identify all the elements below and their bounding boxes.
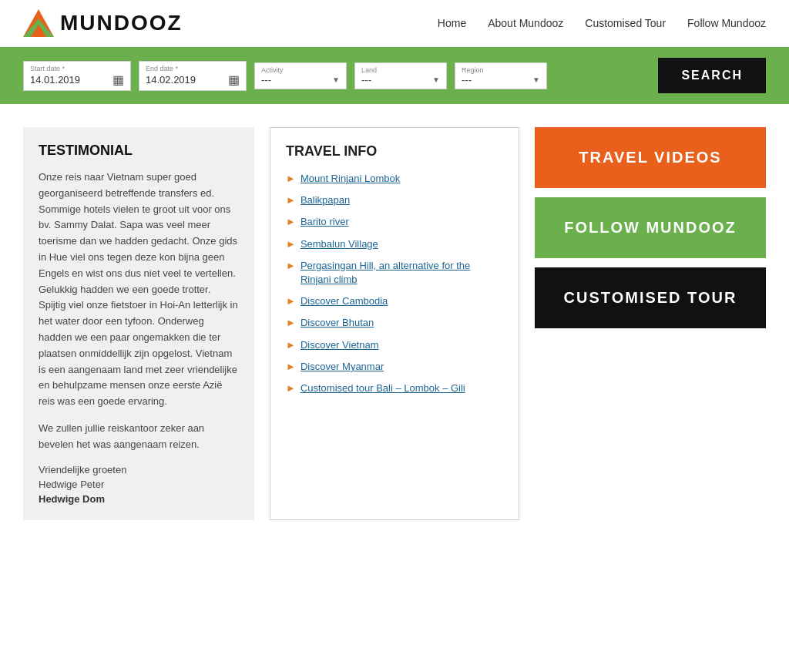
customised-tour-button[interactable]: CUSTOMISED TOUR: [535, 267, 766, 328]
arrow-icon: ►: [286, 216, 296, 227]
main-nav: Home About Mundooz Customised Tour Follo…: [438, 17, 766, 29]
list-item: ► Pergasingan Hill, an alternative for t…: [286, 259, 503, 287]
land-label: Land: [361, 66, 440, 74]
right-sidebar: TRAVEL VIDEOS FOLLOW MUNDOOZ CUSTOMISED …: [535, 127, 766, 520]
end-date-value: 14.02.2019: [146, 74, 196, 86]
land-chevron-icon: ▼: [432, 76, 440, 84]
nav-customised[interactable]: Customised Tour: [585, 17, 666, 29]
region-select[interactable]: Region --- ▼: [455, 62, 547, 89]
travel-videos-button[interactable]: TRAVEL VIDEOS: [535, 127, 766, 188]
header: MUNDOOZ Home About Mundooz Customised To…: [0, 0, 789, 47]
list-item: ► Sembalun Village: [286, 237, 503, 251]
region-label: Region: [462, 66, 540, 74]
travel-link-cambodia[interactable]: Discover Cambodia: [300, 294, 388, 308]
testimonial-name-1: Hedwige Peter: [39, 479, 239, 490]
travel-link-myanmar[interactable]: Discover Myanmar: [300, 360, 384, 374]
activity-select[interactable]: Activity --- ▼: [254, 62, 347, 89]
nav-home[interactable]: Home: [438, 17, 466, 29]
testimonial-paragraph-1: Onze reis naar Vietnam super goed georga…: [39, 170, 239, 410]
start-date-label: Start date *: [30, 65, 124, 72]
nav-follow[interactable]: Follow Mundooz: [687, 17, 766, 29]
travel-link-bali[interactable]: Customised tour Bali – Lombok – Gili: [300, 381, 465, 395]
search-bar: Start date * 14.01.2019 ▦ End date * 14.…: [0, 47, 789, 104]
logo-text: MUNDOOZ: [60, 11, 183, 35]
list-item: ► Discover Bhutan: [286, 316, 503, 330]
arrow-icon: ►: [286, 194, 296, 206]
travel-link-pergasingan[interactable]: Pergasingan Hill, an alternative for the…: [300, 259, 503, 287]
activity-chevron-icon: ▼: [332, 76, 340, 84]
end-date-field[interactable]: End date * 14.02.2019 ▦: [139, 61, 247, 91]
list-item: ► Mount Rinjani Lombok: [286, 172, 503, 186]
search-button[interactable]: SEARCH: [658, 58, 766, 93]
arrow-icon: ►: [286, 382, 296, 394]
nav-about[interactable]: About Mundooz: [488, 17, 563, 29]
arrow-icon: ►: [286, 173, 296, 184]
list-item: ► Discover Myanmar: [286, 360, 503, 374]
activity-label: Activity: [261, 66, 340, 74]
land-value: ---: [361, 74, 371, 86]
travel-link-rinjani[interactable]: Mount Rinjani Lombok: [300, 172, 400, 186]
list-item: ► Customised tour Bali – Lombok – Gili: [286, 381, 503, 395]
follow-mundooz-button[interactable]: FOLLOW MUNDOOZ: [535, 197, 766, 258]
list-item: ► Discover Cambodia: [286, 294, 503, 308]
calendar-icon-end: ▦: [228, 72, 240, 87]
testimonial-title: TESTIMONIAL: [39, 143, 239, 159]
arrow-icon: ►: [286, 339, 296, 351]
travel-link-sembalun[interactable]: Sembalun Village: [300, 237, 378, 251]
travel-link-vietnam[interactable]: Discover Vietnam: [300, 338, 379, 352]
testimonial-section: TESTIMONIAL Onze reis naar Vietnam super…: [23, 127, 254, 520]
arrow-icon: ►: [286, 317, 296, 328]
land-select[interactable]: Land --- ▼: [354, 62, 447, 89]
region-chevron-icon: ▼: [532, 76, 540, 84]
travel-link-barito[interactable]: Barito river: [300, 215, 349, 229]
travel-link-balikpapan[interactable]: Balikpapan: [300, 193, 350, 207]
region-value: ---: [462, 74, 472, 86]
calendar-icon-start: ▦: [112, 72, 124, 87]
logo-icon: [23, 9, 54, 37]
arrow-icon: ►: [286, 295, 296, 307]
logo[interactable]: MUNDOOZ: [23, 9, 183, 37]
testimonial-greeting: Vriendelijke groeten: [39, 464, 239, 475]
activity-value: ---: [261, 74, 271, 86]
testimonial-paragraph-2: We zullen jullie reiskantoor zeker aan b…: [39, 421, 239, 453]
arrow-icon: ►: [286, 238, 296, 250]
list-item: ► Barito river: [286, 215, 503, 229]
travel-info-title: TRAVEL INFO: [286, 143, 503, 160]
travel-info-section: TRAVEL INFO ► Mount Rinjani Lombok ► Bal…: [270, 127, 519, 520]
start-date-field[interactable]: Start date * 14.01.2019 ▦: [23, 61, 131, 91]
travel-info-list: ► Mount Rinjani Lombok ► Balikpapan ► Ba…: [286, 172, 503, 395]
list-item: ► Balikpapan: [286, 193, 503, 207]
list-item: ► Discover Vietnam: [286, 338, 503, 352]
travel-link-bhutan[interactable]: Discover Bhutan: [300, 316, 374, 330]
arrow-icon: ►: [286, 361, 296, 372]
arrow-icon: ►: [286, 260, 296, 271]
main-content: TESTIMONIAL Onze reis naar Vietnam super…: [0, 104, 789, 543]
start-date-value: 14.01.2019: [30, 74, 80, 86]
end-date-label: End date *: [146, 65, 240, 72]
testimonial-name-bold: Hedwige Dom: [39, 493, 239, 505]
